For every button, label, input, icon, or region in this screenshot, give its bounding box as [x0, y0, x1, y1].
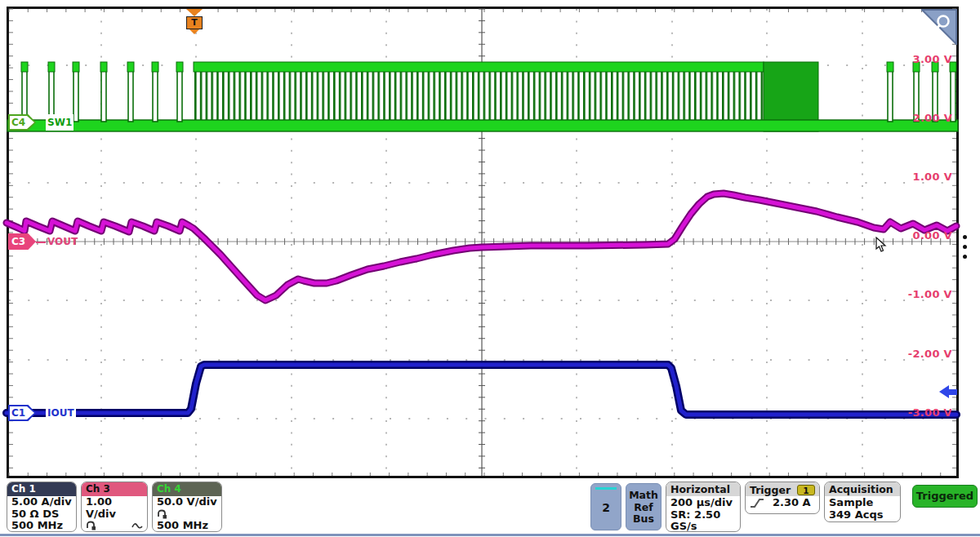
channel-badge-ch1[interactable]: Ch 1 5.00 A/div 50 Ω DS 500 MHz [7, 482, 77, 532]
scale-label: -2.00 V [908, 348, 952, 360]
sine-wave-icon [131, 521, 143, 530]
vout-label: VOUT [46, 233, 79, 250]
math-ref-bus-button[interactable]: Math Ref Bus [626, 483, 662, 530]
cyan-accent [595, 487, 617, 490]
ch1-title: Ch 1 [7, 482, 76, 496]
ch3-scale: 1.00 V/div [86, 496, 143, 520]
horizontal-title: Horizontal [666, 482, 740, 496]
acquisition-count: 349 Acqs [829, 509, 896, 521]
scale-label: -1.00 V [908, 288, 952, 300]
triggered-status-badge: Triggered [912, 485, 978, 508]
coupling-icon [157, 509, 167, 519]
rising-edge-icon [750, 497, 764, 509]
trigger-level-arrow-icon[interactable] [939, 385, 957, 399]
trigger-title: Trigger [750, 484, 791, 496]
ch4-title: Ch 4 [153, 482, 221, 496]
ch4-scale: 50.0 V/div [157, 496, 217, 508]
bottom-edge-line [0, 534, 980, 536]
acquisition-panel[interactable]: Acquisition Sample 349 Acqs [824, 482, 901, 522]
c4-arrow-badge[interactable]: C4 [8, 114, 36, 131]
acquisition-title: Acquisition [825, 482, 900, 496]
c1-badge-text: C1 [11, 405, 31, 421]
zoom-2-label: 2 [591, 501, 621, 514]
status-bar: Ch 1 5.00 A/div 50 Ω DS 500 MHz Ch 3 1.0… [0, 480, 980, 537]
iout-label: IOUT [46, 405, 76, 421]
kebab-menu-icon[interactable] [961, 235, 968, 264]
mouse-cursor [875, 237, 889, 253]
oscilloscope-screen: { "scope": { "trigger_marker": "T", "sca… [0, 0, 980, 537]
math-label: Math [626, 490, 661, 502]
zoom-corner-button[interactable] [921, 9, 957, 45]
trigger-source-badge: 1 [797, 485, 815, 495]
sw1-label: SW1 [46, 114, 74, 131]
graticule-border [7, 7, 959, 478]
trigger-level-value: 2.30 A [773, 497, 811, 509]
trigger-marker-tail [189, 29, 199, 34]
ref-label: Ref [626, 502, 661, 514]
channel-badge-ch4[interactable]: Ch 4 50.0 V/div 500 MHz [152, 482, 222, 532]
timebase-value: 200 µs/div [670, 497, 736, 509]
vout-dash [36, 242, 46, 243]
trigger-position-marker[interactable]: T [185, 9, 204, 34]
trigger-marker-flag: T [186, 16, 203, 29]
c4-badge-text: C4 [11, 114, 31, 131]
scale-label: 2.00 V [913, 112, 952, 124]
coupling-icon [86, 521, 96, 530]
sample-rate-value: SR: 2.50 GS/s [670, 509, 736, 533]
trigger-panel[interactable]: Trigger 1 2.30 A [745, 482, 820, 514]
ch1-termination: 50 Ω DS [11, 508, 72, 521]
scale-label: 1.00 V [913, 171, 952, 183]
c3-badge-text: C3 [11, 233, 31, 250]
trigger-marker-triangle [186, 9, 203, 16]
scale-label: -3.00 V [908, 406, 952, 419]
c1-arrow-badge[interactable]: C1 [8, 405, 36, 421]
c3-arrow-badge[interactable]: C3 [8, 233, 36, 250]
scale-label: 3.00 V [913, 53, 952, 65]
channel-badge-ch3[interactable]: Ch 3 1.00 V/div 20 MHz Bw [81, 482, 148, 532]
zoom-2-button[interactable]: 2 [590, 483, 621, 530]
ch3-title: Ch 3 [82, 482, 147, 496]
ch1-scale: 5.00 A/div [11, 496, 72, 508]
ch4-bandwidth: 500 MHz [157, 520, 217, 532]
ch3-bandwidth: 20 MHz Bw [86, 531, 143, 532]
ch1-bandwidth: 500 MHz [11, 520, 72, 532]
bus-label: Bus [626, 513, 661, 526]
horizontal-panel[interactable]: Horizontal 200 µs/div SR: 2.50 GS/s RL: … [666, 482, 741, 532]
acquisition-mode: Sample [829, 497, 896, 509]
scale-label: 0.00 V [913, 229, 952, 242]
